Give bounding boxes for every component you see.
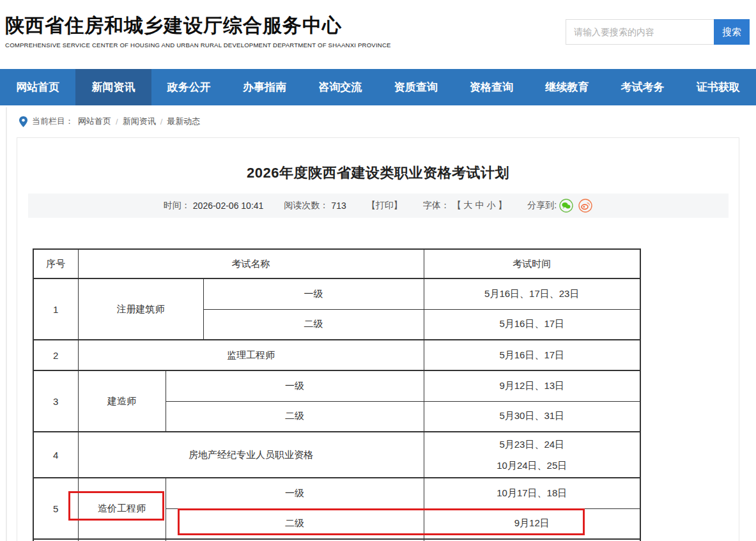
breadcrumb-separator: / xyxy=(160,117,163,126)
cell-level: 一级 xyxy=(203,278,424,309)
cell-name-real-estate-agent: 房地产经纪专业人员职业资格 xyxy=(78,432,424,478)
location-pin-icon xyxy=(19,116,27,127)
nav-item-home[interactable]: 网站首页 xyxy=(0,69,75,105)
main-nav: 网站首页 新闻资讯 政务公开 办事指南 咨询交流 资质查询 资格查询 继续教育 … xyxy=(0,69,756,105)
site-header: 陕西省住房和城乡建设厅综合服务中心 COMPREHENSIVE SERVICE … xyxy=(0,0,756,69)
cell-time: 5月16日、17日 xyxy=(424,309,640,340)
column-header-name: 考试名称 xyxy=(78,249,424,278)
cell-time: 10月17日、18日 xyxy=(424,478,640,508)
page: 陕西省住房和城乡建设厅综合服务中心 COMPREHENSIVE SERVICE … xyxy=(0,0,756,541)
cell-time: 5月16日、17日、23日 xyxy=(424,278,640,309)
breadcrumb-label: 当前栏目： xyxy=(32,116,73,127)
column-header-no: 序号 xyxy=(33,249,78,278)
search-button[interactable]: 搜索 xyxy=(714,19,750,45)
cell-level: 二级 xyxy=(203,309,424,340)
cell-time: 9月12日、13日 xyxy=(424,370,640,401)
search-box: 搜索 xyxy=(566,19,750,45)
meta-time-value: 2026-02-06 10:41 xyxy=(193,201,264,211)
cell-name-supervision-engineer: 监理工程师 xyxy=(78,340,424,370)
site-subtitle: COMPREHENSIVE SERVICE CENTER OF HOUSING … xyxy=(5,42,391,49)
content-card: 2026年度陕西省建设类职业资格考试计划 时间： 2026-02-06 10:4… xyxy=(17,137,739,541)
nav-item-gov-info[interactable]: 政务公开 xyxy=(151,69,227,105)
cell-time: 5月16日、17日 xyxy=(424,340,640,370)
nav-item-exam-affairs[interactable]: 考试考务 xyxy=(605,69,680,105)
print-button[interactable]: 【打印】 xyxy=(367,200,403,211)
meta-time: 时间： 2026-02-06 10:41 xyxy=(164,200,264,211)
site-title: 陕西省住房和城乡建设厅综合服务中心 xyxy=(5,13,391,39)
meta-share: 分享到: xyxy=(527,199,592,213)
article-meta-bar: 时间： 2026-02-06 10:41 阅读次数： 713 【打印】 字体： … xyxy=(28,194,729,218)
font-size-controls[interactable]: 【 大 中 小 】 xyxy=(452,200,507,211)
cell-no-2: 2 xyxy=(33,340,78,370)
cell-no-5: 5 xyxy=(33,478,78,539)
cell-time: 9月12日 xyxy=(424,508,640,539)
cell-no-3: 3 xyxy=(33,370,78,432)
meta-views-label: 阅读次数： xyxy=(284,200,328,211)
nav-item-guide[interactable]: 办事指南 xyxy=(227,69,302,105)
cell-name-cost-engineer: 造价工程师 xyxy=(78,478,166,539)
cell-level: 二级 xyxy=(166,508,424,539)
page-edge-line xyxy=(6,107,7,541)
share-label: 分享到: xyxy=(527,200,557,211)
column-header-time: 考试时间 xyxy=(424,249,640,278)
breadcrumb-current[interactable]: 最新动态 xyxy=(167,116,200,127)
search-input[interactable] xyxy=(566,19,714,45)
wechat-share-icon[interactable] xyxy=(559,199,573,213)
cell-time: 5月23日、24日 10月24日、25日 xyxy=(424,432,640,478)
cell-no-1: 1 xyxy=(33,278,78,340)
cell-level: 二级 xyxy=(166,401,424,432)
cell-no-4: 4 xyxy=(33,432,78,478)
cell-time-line: 5月23日、24日 xyxy=(424,434,640,455)
nav-item-certificate[interactable]: 证书获取 xyxy=(681,69,756,105)
nav-item-news[interactable]: 新闻资讯 xyxy=(75,69,151,105)
breadcrumb-link-home[interactable]: 网站首页 xyxy=(78,116,111,127)
meta-font: 字体： 【 大 中 小 】 xyxy=(423,200,507,211)
cell-name-registered-architect: 注册建筑师 xyxy=(78,278,203,340)
exam-table-wrap: 序号 考试名称 考试时间 1 注册建筑师 一级 5月16日、17日、23日 二级 xyxy=(33,248,640,541)
nav-item-credential-query[interactable]: 资格查询 xyxy=(454,69,529,105)
cell-level: 一级 xyxy=(166,478,424,508)
cell-name-constructor: 建造师 xyxy=(78,370,166,432)
cell-level: 一级 xyxy=(166,370,424,401)
meta-time-label: 时间： xyxy=(164,200,190,211)
article-title: 2026年度陕西省建设类职业资格考试计划 xyxy=(17,164,739,183)
meta-font-label: 字体： xyxy=(423,200,450,211)
weibo-share-icon[interactable] xyxy=(578,199,592,213)
cell-time-line: 10月24日、25日 xyxy=(424,455,640,476)
meta-views-value: 713 xyxy=(331,201,346,211)
site-logo[interactable]: 陕西省住房和城乡建设厅综合服务中心 COMPREHENSIVE SERVICE … xyxy=(5,13,391,49)
breadcrumb: 当前栏目： 网站首页 / 新闻资讯 / 最新动态 xyxy=(0,105,756,137)
cell-time: 5月30日、31日 xyxy=(424,401,640,432)
nav-item-qualification-query[interactable]: 资质查询 xyxy=(378,69,453,105)
breadcrumb-separator: / xyxy=(116,117,118,126)
nav-item-continuing-education[interactable]: 继续教育 xyxy=(529,69,605,105)
exam-table: 序号 考试名称 考试时间 1 注册建筑师 一级 5月16日、17日、23日 二级 xyxy=(33,248,641,541)
meta-views: 阅读次数： 713 xyxy=(284,200,346,211)
breadcrumb-link-news[interactable]: 新闻资讯 xyxy=(123,116,156,127)
nav-item-consult[interactable]: 咨询交流 xyxy=(302,69,378,105)
